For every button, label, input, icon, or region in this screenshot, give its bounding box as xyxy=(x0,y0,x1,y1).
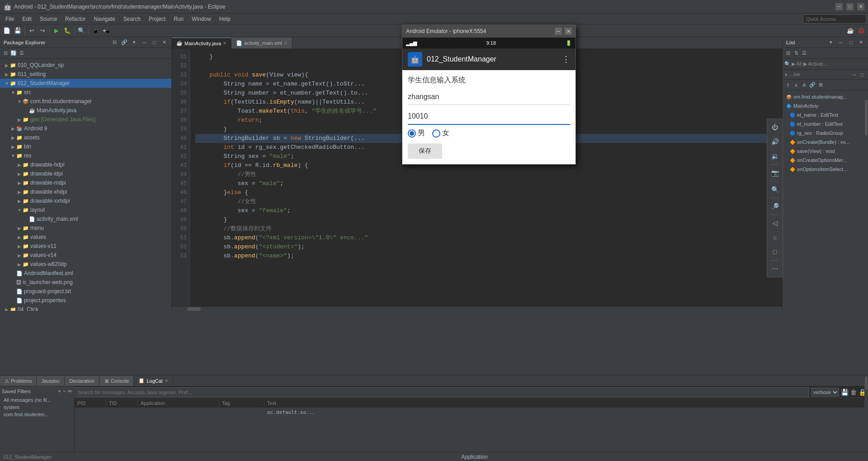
maximize-button[interactable]: □ xyxy=(846,3,854,10)
filter-all[interactable]: All messages (no fil... xyxy=(2,396,72,404)
close-button[interactable]: ✕ xyxy=(857,3,864,10)
tree-item-menu[interactable]: ▶ 📁 menu xyxy=(0,223,171,233)
toolbar-run[interactable]: ▶ xyxy=(52,26,61,36)
toolbar-perspective-debug[interactable]: 🐞 xyxy=(856,26,866,36)
emulator-menu-icon[interactable]: ⋮ xyxy=(562,54,570,64)
tree-item-values[interactable]: ▶ 📁 values xyxy=(0,233,171,242)
tree-item-drawable-hdpi[interactable]: ▶ 📁 drawable-hdpi xyxy=(0,160,171,169)
link-with-editor-button[interactable]: 🔗 xyxy=(121,39,128,46)
outline-item-oncreate[interactable]: 🔶 onCreate(Bundle) : vo... xyxy=(783,138,868,147)
tab-close2[interactable]: ✕ xyxy=(284,41,288,46)
emu-power-btn[interactable]: ⏻ xyxy=(769,121,781,133)
outline-menu-btn[interactable]: ▾ xyxy=(827,39,835,46)
toolbar-search[interactable]: 🔍 xyxy=(76,26,86,36)
outline-section-min-btn[interactable]: ─ xyxy=(851,71,858,78)
emu-vol-down-btn[interactable]: 🔉 xyxy=(769,150,781,162)
tree-item-011[interactable]: ▶ 📁 011_setting xyxy=(0,70,171,79)
toolbar-perspective-java[interactable]: ☕ xyxy=(845,26,855,36)
outline-hide-static[interactable]: s xyxy=(793,81,800,89)
toolbar-undo[interactable]: ↩ xyxy=(27,26,37,36)
outline-filter-btn[interactable]: ☰ xyxy=(801,50,808,57)
filter-system[interactable]: system xyxy=(2,404,72,411)
emu-vol-up-btn[interactable]: 🔊 xyxy=(769,135,781,148)
emu-zoom-out-btn[interactable]: 🔎 xyxy=(769,200,781,213)
tree-item-drawable-mdpi[interactable]: ▶ 📁 drawable-mdpi xyxy=(0,178,171,187)
log-level-select[interactable]: verbose debug info warn error xyxy=(811,388,839,397)
menu-source[interactable]: Source xyxy=(36,15,61,23)
tree-item-ic-launcher[interactable]: 🖼 ic_launcher-web.png xyxy=(0,278,171,287)
tab-logcat[interactable]: 📋 LogCat ✕ xyxy=(134,376,173,386)
tab-close[interactable]: ✕ xyxy=(223,41,226,46)
tree-item-values-w820dp[interactable]: ▶ 📁 values-w820dp xyxy=(0,260,171,269)
outline-item-mainactivity[interactable]: 🔷 MainActiviy xyxy=(783,101,868,110)
panel-menu-button[interactable]: ▾ xyxy=(131,39,138,46)
outline-max-btn[interactable]: □ xyxy=(847,39,854,46)
emu-square-btn[interactable]: □ xyxy=(769,246,781,258)
tree-item-layout[interactable]: ▼ 📁 layout xyxy=(0,205,171,214)
outline-sort-btn[interactable]: ⇅ xyxy=(793,50,800,57)
panel-minimize-button[interactable]: ─ xyxy=(141,39,148,46)
outline-sort-alpha[interactable]: A xyxy=(801,81,808,89)
emulator-close-btn[interactable]: ✕ xyxy=(565,28,572,35)
collapse-all-button[interactable]: ⊟ xyxy=(111,39,118,46)
log-save-btn[interactable]: 💾 xyxy=(841,388,849,397)
outline-section-max-btn[interactable]: □ xyxy=(858,71,865,78)
minimize-button[interactable]: ─ xyxy=(835,3,843,10)
outline-item-save[interactable]: 🔶 save(View) : void xyxy=(783,147,868,156)
menu-navigate[interactable]: Navigate xyxy=(90,15,118,23)
log-search-input[interactable] xyxy=(75,387,809,397)
tree-item-bin[interactable]: ▶ 📁 bin xyxy=(0,142,171,151)
tree-item-assets[interactable]: ▶ 📁 assets xyxy=(0,133,171,142)
emu-dots-btn[interactable]: ⋯ xyxy=(769,262,781,275)
outline-link-editor[interactable]: 🔗 xyxy=(809,81,816,89)
outline-item-rg-sex[interactable]: 🔵 rg_sex : RadioGroup xyxy=(783,128,868,138)
tab-console[interactable]: 🖥 Console xyxy=(99,376,134,386)
outline-item-et-name[interactable]: 🔵 et_name : EditText xyxy=(783,110,868,119)
outline-collapse-btn[interactable]: ⊟ xyxy=(784,50,792,57)
emu-circle-btn[interactable]: ○ xyxy=(769,231,781,244)
tree-filter-btn[interactable]: ☰ xyxy=(18,50,25,57)
tree-item-project-props[interactable]: 📄 project.properties xyxy=(0,296,171,305)
tab-javadoc[interactable]: Javadoc xyxy=(37,376,65,386)
tree-item-android9[interactable]: ▶ 📚 Android 9 xyxy=(0,124,171,133)
emulator-number-input[interactable] xyxy=(408,109,570,125)
outline-item-package[interactable]: 📦 om.fmd.studentmanag... xyxy=(783,92,868,101)
outline-min-btn[interactable]: ─ xyxy=(837,39,844,46)
emulator-minimize-btn[interactable]: ─ xyxy=(555,28,562,35)
logcat-close-btn[interactable]: ✕ xyxy=(165,378,168,383)
menu-file[interactable]: File xyxy=(2,15,18,23)
tree-item-values-v11[interactable]: ▶ 📁 values-v11 xyxy=(0,242,171,251)
add-filter-btn[interactable]: + xyxy=(58,388,61,394)
outline-item-oncreateoptions[interactable]: 🔶 onCreateOptionsMer... xyxy=(783,156,868,165)
tree-item-012[interactable]: ▼ 📁 012_StudentManager xyxy=(0,79,171,88)
menu-window[interactable]: Window xyxy=(188,15,215,23)
emu-zoom-in-btn[interactable]: 🔍 xyxy=(769,183,781,196)
edit-filter-btn[interactable]: ✏ xyxy=(68,388,72,394)
menu-run[interactable]: Run xyxy=(170,15,187,23)
tree-collapse-btn[interactable]: ⊟ xyxy=(2,50,9,57)
toolbar-new[interactable]: 📄 xyxy=(2,26,12,36)
menu-search[interactable]: Search xyxy=(120,15,144,23)
quick-access-input[interactable] xyxy=(803,14,866,24)
panel-maximize-button[interactable]: □ xyxy=(151,39,158,46)
tree-item-res[interactable]: ▼ 📁 res xyxy=(0,151,171,160)
emu-camera-btn[interactable]: 📷 xyxy=(769,166,781,179)
tree-item-values-v14[interactable]: ▶ 📁 values-v14 xyxy=(0,251,171,260)
tab-activity-main[interactable]: 📄 activity_main.xml ✕ xyxy=(231,38,292,48)
tree-item-gen[interactable]: ▶ 📁 gen [Generated Java Files] xyxy=(0,115,171,124)
tree-item-package[interactable]: ▼ 📦 com.fmd.studentmanager xyxy=(0,97,171,106)
menu-refactor[interactable]: Refactor xyxy=(61,15,89,23)
filter-com-fmd[interactable]: com.fmd.studentm... xyxy=(2,411,72,418)
menu-project[interactable]: Project xyxy=(145,15,169,23)
tree-refresh-btn[interactable]: 🔄 xyxy=(10,50,17,57)
toolbar-android-sdk[interactable]: 📱 xyxy=(90,26,100,36)
emu-back-btn[interactable]: ◁ xyxy=(769,217,781,229)
tab-declaration[interactable]: Declaration xyxy=(65,376,99,386)
toolbar-debug[interactable]: 🐛 xyxy=(62,26,72,36)
tree-item-04-click[interactable]: ▶ 📁 04_Click xyxy=(0,305,171,311)
tree-item-mainactivity[interactable]: ☕ MainActivity.java xyxy=(0,106,171,115)
toolbar-save[interactable]: 💾 xyxy=(13,26,23,36)
tree-item-drawable-xhdpi[interactable]: ▶ 📁 drawable-xhdpi xyxy=(0,187,171,196)
remove-filter-btn[interactable]: − xyxy=(63,388,66,394)
tree-item-drawable-xxhdpi[interactable]: ▶ 📁 drawable-xxhdpi xyxy=(0,196,171,205)
